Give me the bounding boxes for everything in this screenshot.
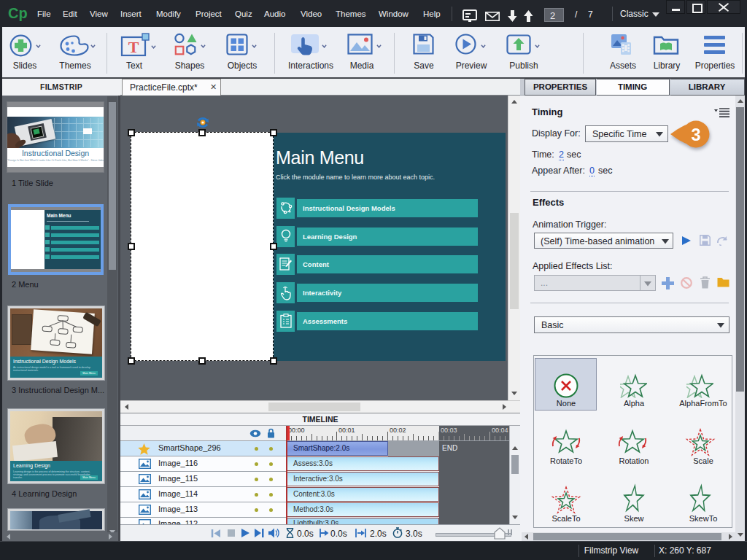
svg-text:3: 3	[691, 125, 700, 144]
svg-text:T: T	[128, 38, 139, 56]
